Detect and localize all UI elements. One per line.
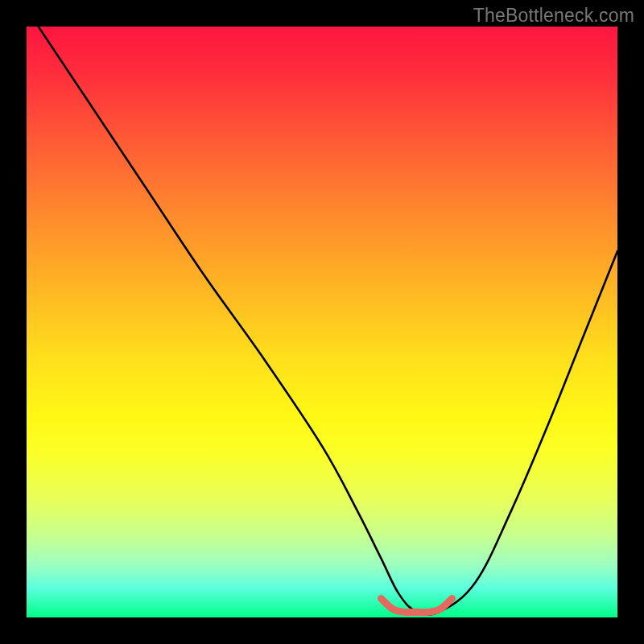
plot-area (27, 27, 617, 617)
chart-frame: TheBottleneck.com (0, 0, 644, 644)
chart-svg (27, 27, 617, 617)
series-optimal-range (381, 599, 452, 613)
series-curve (39, 27, 617, 615)
watermark-text: TheBottleneck.com (473, 5, 634, 27)
